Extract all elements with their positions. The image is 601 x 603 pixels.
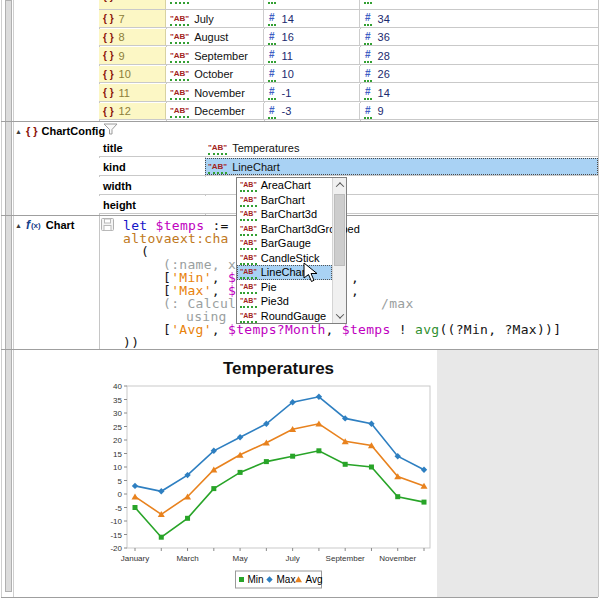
month-cell[interactable]: "AB"August	[166, 29, 264, 45]
row-key-cell[interactable]: { }10	[99, 66, 166, 82]
max-value-cell[interactable]: #26	[360, 66, 598, 82]
dropdown-item-label: RoundGauge	[261, 310, 326, 322]
row-key-cell[interactable]: { }11	[99, 84, 166, 101]
config-value-cell[interactable]: "AB"LineChart	[205, 158, 598, 175]
config-label[interactable]: height	[103, 196, 136, 213]
y-tick-label: 0	[118, 490, 123, 499]
min-value-cell[interactable]: #16	[264, 29, 360, 45]
code-token: 'Avg'	[171, 322, 212, 337]
config-value-cell[interactable]: "AB"Temperatures	[205, 139, 598, 156]
code-line[interactable]: ['Avg', $temps?Month, $temps ! avg((?Min…	[99, 323, 598, 336]
max-value-cell[interactable]: #34	[360, 10, 598, 27]
dropdown-item-AreaChart[interactable]: "AB"AreaChart	[237, 178, 332, 193]
dropdown-scrollbar[interactable]	[332, 178, 346, 323]
function-icon-sub: (x)	[31, 221, 41, 230]
month-cell[interactable]: "AB"December	[166, 103, 264, 119]
number-icon: #	[364, 0, 372, 4]
string-icon: "AB"	[170, 14, 189, 26]
object-icon: { }	[103, 87, 114, 98]
row-key-cell[interactable]: { }7	[99, 10, 166, 27]
dropdown-item-BarChart3d[interactable]: "AB"BarChart3d	[237, 207, 332, 222]
config-row-width: width	[99, 177, 598, 195]
month-cell[interactable]: "AB"October	[166, 66, 264, 82]
scrollbar-thumb[interactable]	[334, 194, 345, 266]
min-value-cell[interactable]: #11	[264, 47, 360, 64]
code-token: $temps?Month	[228, 322, 326, 337]
min-value: 10	[282, 68, 294, 80]
code-token: !	[391, 322, 415, 337]
row-key-cell[interactable]: { }12	[99, 103, 166, 119]
table-row: { }12"AB"December#-3#9	[99, 103, 598, 120]
config-value: Temperatures	[232, 142, 299, 154]
scroll-up-button[interactable]	[333, 178, 346, 192]
dropdown-item-label: LineChart	[261, 266, 309, 278]
config-label[interactable]: width	[103, 177, 132, 194]
y-tick-label: 20	[113, 436, 122, 445]
dropdown-item-BarChart3dGrouped[interactable]: "AB"BarChart3dGrouped	[237, 222, 332, 237]
code-token: ((?Min, ?Max))]	[439, 322, 561, 337]
table-row: { }7"AB"July#14#34	[99, 10, 598, 28]
code-line[interactable]: (: Calcul/max	[99, 297, 598, 310]
y-tick-label: 15	[113, 450, 122, 459]
code-token: ,	[351, 284, 359, 297]
string-icon: "AB"	[170, 51, 189, 63]
max-value-cell[interactable]: #14	[360, 84, 598, 101]
string-icon: "AB"	[240, 311, 257, 323]
y-tick-label: 30	[113, 409, 122, 418]
dropdown-item-Pie3d[interactable]: "AB"Pie3d	[237, 294, 332, 309]
y-tick-label: -20	[110, 544, 122, 553]
month-name: October	[194, 68, 233, 80]
max-value-cell[interactable]: #36	[360, 29, 598, 45]
table-row: { }9"AB"September#11#28	[99, 47, 598, 65]
chartconfig-section-header[interactable]: ▲ { } ChartConfig	[15, 122, 105, 140]
min-value: 14	[282, 13, 294, 25]
config-label[interactable]: kind	[103, 158, 126, 175]
code-line[interactable]: ))	[99, 336, 598, 349]
table-row: { }10"AB"October#10#26	[99, 66, 598, 83]
bottom-divider	[1, 597, 598, 598]
min-value-cell[interactable]: #-3	[264, 103, 360, 119]
config-value: LineChart	[232, 161, 280, 173]
max-value-cell[interactable]: #9	[360, 103, 598, 119]
row-key-cell[interactable]: { }9	[99, 47, 166, 64]
code-token: ,	[326, 322, 342, 337]
config-row-height: height	[99, 196, 598, 214]
dropdown-item-BarGauge[interactable]: "AB"BarGauge	[237, 236, 332, 251]
chart-section-header[interactable]: ▲ f (x) Chart	[15, 216, 74, 234]
min-value-cell[interactable]: #14	[264, 10, 360, 27]
scroll-down-button[interactable]	[333, 309, 346, 323]
filter-funnel-icon[interactable]	[103, 123, 119, 136]
min-value: 11	[282, 50, 293, 62]
string-icon: "AB"	[240, 282, 257, 294]
row-index: 10	[119, 68, 131, 80]
code-token: /max	[381, 297, 414, 310]
legend-label: Min	[248, 574, 264, 585]
collapse-icon[interactable]: ▲	[15, 222, 22, 229]
month-cell[interactable]: "AB"November	[166, 84, 264, 101]
dropdown-item-RoundGauge[interactable]: "AB"RoundGauge	[237, 309, 332, 324]
dropdown-item-BarChart[interactable]: "AB"BarChart	[237, 193, 332, 208]
nesting-indicator-bar	[5, 0, 12, 592]
object-icon: { }	[103, 50, 114, 61]
string-icon: "AB"	[170, 69, 189, 81]
series-line-Min	[135, 451, 424, 537]
string-icon: "AB"	[208, 162, 227, 174]
chevron-down-icon	[335, 310, 343, 318]
table-row: { }11"AB"November#-1#14	[99, 84, 598, 102]
number-icon: #	[268, 13, 276, 26]
string-icon: "AB"	[240, 224, 257, 236]
month-cell[interactable]: "AB"July	[166, 10, 264, 27]
row-key-cell[interactable]: { }8	[99, 29, 166, 45]
min-value-cell[interactable]: #-1	[264, 84, 360, 101]
collapse-icon[interactable]: ▲	[15, 128, 22, 135]
x-tick-label: November	[379, 554, 416, 563]
min-value-cell[interactable]: #10	[264, 66, 360, 82]
max-value-cell[interactable]: #28	[360, 47, 598, 64]
month-cell[interactable]: "AB"September	[166, 47, 264, 64]
section-title: Chart	[46, 219, 75, 231]
number-icon: #	[364, 13, 372, 26]
max-value: 14	[378, 87, 390, 99]
x-tick-label: July	[286, 554, 300, 563]
config-label[interactable]: title	[103, 139, 123, 156]
number-icon: #	[364, 50, 372, 63]
